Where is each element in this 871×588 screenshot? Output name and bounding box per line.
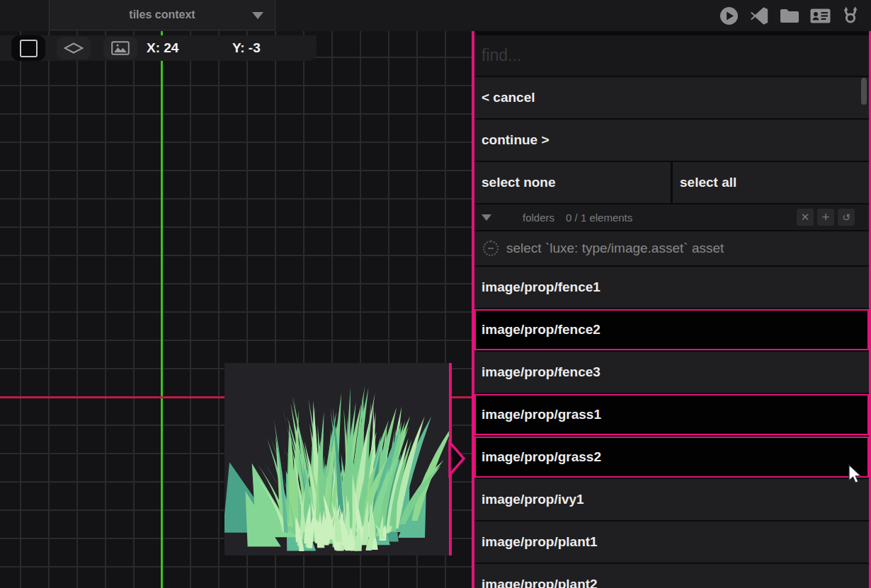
list-item[interactable]: image/prop/fence1 [474, 267, 869, 308]
cursor-y-readout: Y: -3 [232, 40, 261, 56]
play-icon [719, 6, 739, 25]
folders-count: 0 / 1 elements [566, 212, 632, 224]
list-item-label: image/prop/fence1 [482, 279, 600, 295]
folder-button[interactable] [779, 5, 800, 26]
close-button[interactable]: ✕ [797, 209, 814, 226]
diamond-tool-icon [64, 42, 84, 54]
list-item-label: image/prop/plant1 [482, 534, 598, 550]
continue-button-label: continue > [482, 132, 550, 148]
select-none-button[interactable]: select none [474, 162, 671, 203]
list-item-label: image/prop/fence3 [482, 364, 600, 380]
vscode-icon [750, 6, 769, 25]
list-item-label: image/prop/fence2 [482, 322, 600, 338]
image-tool-button[interactable] [103, 37, 137, 59]
folder-icon [780, 8, 799, 23]
list-item[interactable]: image/prop/ivy1 [474, 479, 869, 520]
list-item-label: image/prop/grass2 [482, 449, 601, 465]
find-row [474, 35, 869, 76]
minus-circle-icon [483, 241, 499, 256]
folders-title: folders [523, 212, 554, 224]
search-input[interactable] [482, 35, 869, 76]
asset-select-panel: < cancel continue > select none select a… [472, 31, 871, 588]
add-button[interactable]: + [817, 209, 834, 226]
axis-vertical-green [161, 31, 163, 588]
select-asset-hint-label: select `luxe: type/image.asset` asset [506, 241, 724, 256]
app-root: X: 24 Y: -3 tiles context [0, 0, 871, 588]
folders-header-buttons: ✕ + ↺ [797, 209, 855, 226]
top-menu-bar: tiles context [0, 0, 871, 31]
context-dropdown[interactable]: tiles context [49, 0, 275, 30]
select-asset-hint: select `luxe: type/image.asset` asset [474, 231, 869, 265]
list-item[interactable]: image/prop/plant2 [474, 564, 869, 588]
chevron-down-icon [252, 12, 263, 19]
collapse-caret-icon [482, 214, 491, 221]
continue-button[interactable]: continue > [474, 120, 869, 161]
folders-group-header[interactable]: folders 0 / 1 elements ✕ + ↺ [474, 204, 869, 230]
topbar-actions [718, 0, 861, 31]
contacts-button[interactable] [809, 5, 831, 26]
list-item-label: image/prop/plant2 [482, 577, 598, 588]
cancel-button-label: < cancel [482, 90, 535, 105]
select-all-label: select all [680, 175, 736, 190]
list-item[interactable]: image/prop/grass2 [474, 437, 869, 478]
square-tool-button[interactable] [11, 35, 45, 61]
diamond-tool-button[interactable] [57, 37, 91, 59]
list-item[interactable]: image/prop/fence2 [474, 309, 869, 350]
list-item-label: image/prop/ivy1 [482, 492, 584, 507]
play-button[interactable] [718, 5, 739, 26]
image-tool-icon [111, 41, 130, 55]
selection-actions: select none select all [474, 162, 869, 203]
scrollbar-thumb[interactable] [861, 78, 867, 105]
list-item[interactable]: image/prop/fence3 [474, 352, 869, 393]
panel-accent-left [472, 31, 474, 588]
list-item[interactable]: image/prop/grass1 [474, 394, 869, 435]
cancel-button[interactable]: < cancel [474, 77, 869, 118]
select-none-label: select none [482, 175, 556, 190]
panel-content: < cancel continue > select none select a… [474, 31, 869, 588]
id-card-icon [810, 8, 831, 23]
list-item[interactable]: image/prop/plant1 [474, 521, 869, 563]
asset-list: image/prop/fence1image/prop/fence2image/… [474, 267, 869, 588]
preview-callout-chevron-icon [450, 439, 468, 478]
fork-button[interactable] [840, 5, 861, 26]
list-item-label: image/prop/grass1 [482, 407, 601, 422]
grass-sprite [224, 363, 450, 555]
square-tool-icon [20, 40, 38, 57]
cursor-x-readout: X: 24 [147, 40, 178, 56]
fork-icon [841, 6, 860, 25]
select-all-button[interactable]: select all [673, 162, 869, 203]
refresh-button[interactable]: ↺ [838, 209, 855, 226]
canvas-toolbar: X: 24 Y: -3 [0, 35, 317, 61]
context-dropdown-label: tiles context [129, 8, 195, 21]
asset-preview-popup [224, 363, 450, 555]
vscode-button[interactable] [748, 5, 770, 26]
